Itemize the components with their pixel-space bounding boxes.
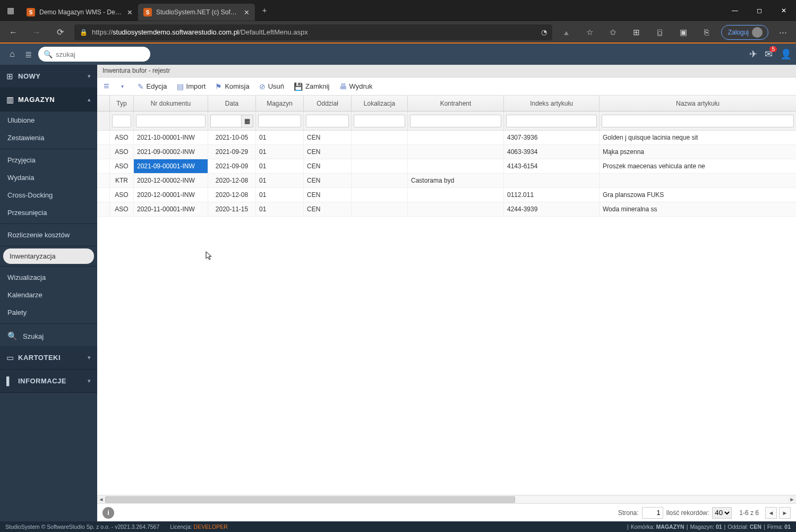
cell[interactable]: 2020-12-00001-INW xyxy=(134,188,208,202)
page-size-select[interactable]: 40 xyxy=(712,507,732,519)
sidebar-item[interactable]: Rozliczenie kosztów xyxy=(0,226,97,244)
url-bar[interactable]: 🔒 https://studiosystemdemo.softwarestudi… xyxy=(74,24,552,40)
cell[interactable] xyxy=(504,174,600,187)
cell[interactable]: CEN xyxy=(304,188,352,202)
column-header[interactable]: Lokalizacja xyxy=(352,96,408,111)
column-header[interactable]: Kontrahent xyxy=(408,96,504,111)
cell[interactable]: Gra planszowa FUKS xyxy=(600,188,796,202)
collections-icon[interactable]: ⊞ xyxy=(628,24,646,41)
cell[interactable]: 4143-6154 xyxy=(504,159,600,173)
column-header[interactable]: Nr dokumentu xyxy=(134,96,208,111)
scroll-left-icon[interactable]: ◄ xyxy=(97,496,105,502)
cell[interactable]: 4063-3934 xyxy=(504,145,600,159)
close-icon[interactable]: ✕ xyxy=(244,8,250,16)
cell[interactable]: 2021-10-00001-INW xyxy=(134,131,208,144)
cell[interactable]: Proszek maecenas vehicula ante ne xyxy=(600,159,796,173)
cell[interactable] xyxy=(408,159,504,173)
cell[interactable]: Mąka pszenna xyxy=(600,145,796,159)
app-icon[interactable]: ▣ xyxy=(674,24,692,41)
cell[interactable]: Woda mineralna ss xyxy=(600,202,796,216)
info-icon[interactable]: i xyxy=(102,507,114,519)
next-page-button[interactable]: ► xyxy=(779,507,791,519)
column-header[interactable]: Nazwa artykułu xyxy=(600,96,796,111)
cell[interactable]: 2020-12-00002-INW xyxy=(134,174,208,187)
edycja-button[interactable]: ✎Edycja xyxy=(138,82,167,91)
cell[interactable] xyxy=(352,159,408,173)
cell[interactable]: CEN xyxy=(304,145,352,159)
cell[interactable] xyxy=(97,145,110,159)
cell[interactable] xyxy=(352,174,408,187)
sidebar-search[interactable]: 🔍 Szukaj xyxy=(0,326,97,346)
browser-tab[interactable]: S StudioSystem.NET (c) SoftwareSt ✕ xyxy=(138,4,255,21)
cell[interactable]: 2020-12-08 xyxy=(208,174,256,187)
cell[interactable] xyxy=(97,159,110,173)
sidebar-item[interactable]: Przesunięcia xyxy=(0,204,97,221)
user-icon[interactable]: 👤 xyxy=(780,48,792,60)
table-row[interactable]: ASO2020-12-00001-INW2020-12-0801CEN0112.… xyxy=(97,188,796,202)
sidebar-item[interactable]: Cross-Docking xyxy=(0,186,97,204)
cell[interactable]: ASO xyxy=(110,202,134,216)
sync-icon[interactable]: ⎘ xyxy=(698,24,716,41)
sidebar-item[interactable]: Inwentaryzacja xyxy=(3,248,94,264)
sidebar-item[interactable]: Przyjęcia xyxy=(0,151,97,169)
cell[interactable]: KTR xyxy=(110,174,134,187)
cell[interactable]: 2021-09-09 xyxy=(208,159,256,173)
cell[interactable]: 01 xyxy=(256,145,304,159)
chevron-down-icon[interactable]: ▾ xyxy=(121,83,124,89)
cell[interactable] xyxy=(352,188,408,202)
usun-button[interactable]: ⊘Usuń xyxy=(259,82,284,91)
back-button[interactable]: ← xyxy=(4,24,22,41)
scroll-thumb[interactable] xyxy=(105,496,515,503)
sidebar-item[interactable]: Wizualizacja xyxy=(0,269,97,286)
cell[interactable]: 4307-3936 xyxy=(504,131,600,144)
table-row[interactable]: KTR2020-12-00002-INW2020-12-0801CENCasto… xyxy=(97,174,796,188)
refresh-button[interactable]: ⟳ xyxy=(51,24,69,41)
hamburger-icon[interactable]: ≡ xyxy=(104,81,109,92)
mail-icon[interactable]: ✉5 xyxy=(765,48,773,60)
column-header[interactable]: Data xyxy=(208,96,256,111)
forward-button[interactable]: → xyxy=(28,24,46,41)
cell[interactable]: ASO xyxy=(110,145,134,159)
zamknij-button[interactable]: 💾Zamknij xyxy=(294,82,330,91)
cell[interactable]: 01 xyxy=(256,174,304,187)
cell[interactable] xyxy=(352,145,408,159)
cell[interactable]: 2020-12-08 xyxy=(208,188,256,202)
cell[interactable] xyxy=(97,131,110,144)
cell[interactable] xyxy=(408,202,504,216)
filter-input[interactable] xyxy=(258,115,301,127)
cell[interactable] xyxy=(352,131,408,144)
close-icon[interactable]: ✕ xyxy=(127,8,133,16)
cell[interactable]: 01 xyxy=(256,159,304,173)
tab-manager-icon[interactable]: ▦ xyxy=(0,6,21,15)
cell[interactable] xyxy=(352,202,408,216)
cell[interactable]: 2021-10-05 xyxy=(208,131,256,144)
filter-input[interactable] xyxy=(306,115,349,127)
sidebar-section-magazyn[interactable]: ▥ MAGAZYN ▴ xyxy=(0,88,97,111)
cell[interactable]: CEN xyxy=(304,159,352,173)
cell[interactable]: 4244-3939 xyxy=(504,202,600,216)
cell[interactable]: ASO xyxy=(110,188,134,202)
row-selector-header[interactable] xyxy=(97,96,110,111)
sidebar-item[interactable]: Zestawienia xyxy=(0,129,97,147)
tracking-icon[interactable]: ◔ xyxy=(541,28,547,36)
sidebar-item[interactable]: Ulubione xyxy=(0,111,97,129)
maximize-button[interactable]: ◻ xyxy=(747,0,772,21)
horizontal-scrollbar[interactable]: ◄ ► xyxy=(97,495,796,503)
cell[interactable]: 0112.011 xyxy=(504,188,600,202)
table-row[interactable]: ASO2021-10-00001-INW2021-10-0501CEN4307-… xyxy=(97,131,796,145)
search-field[interactable]: 🔍 xyxy=(38,47,150,62)
browser-tab[interactable]: S Demo Magazyn WMS - Demo o ✕ xyxy=(21,4,138,21)
sidebar-section-nowy[interactable]: ⊞ NOWY ▾ xyxy=(0,65,97,88)
calendar-icon[interactable]: ▦ xyxy=(241,115,253,127)
date-filter[interactable]: ▦ xyxy=(210,115,253,127)
menu-toggle-icon[interactable]: ≣ xyxy=(20,46,36,62)
filter-input[interactable] xyxy=(506,115,597,127)
cell[interactable]: 2021-09-00002-INW xyxy=(134,145,208,159)
wydruk-button[interactable]: 🖶Wydruk xyxy=(339,82,373,91)
cell[interactable] xyxy=(97,202,110,216)
scroll-right-icon[interactable]: ► xyxy=(788,496,796,502)
cell[interactable]: 01 xyxy=(256,131,304,144)
cell[interactable]: 2021-09-00001-INW xyxy=(134,159,208,173)
column-header[interactable]: Magazyn xyxy=(256,96,304,111)
cell[interactable] xyxy=(600,174,796,187)
